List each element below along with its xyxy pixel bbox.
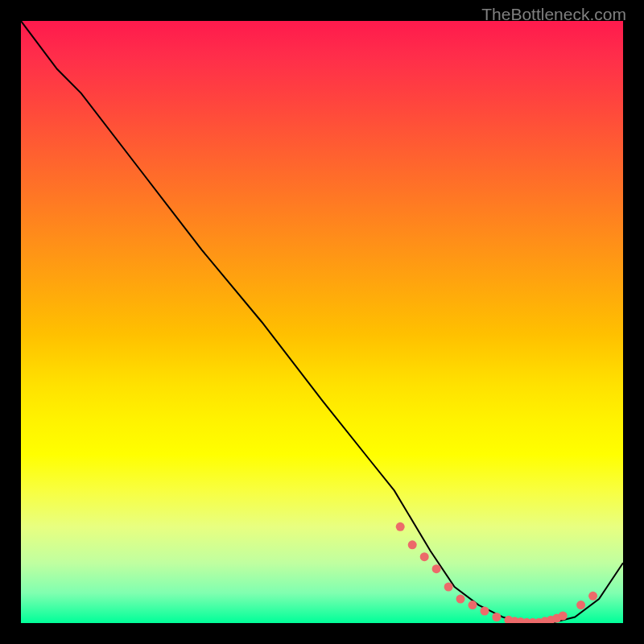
data-marker bbox=[456, 595, 465, 604]
chart-svg bbox=[21, 21, 623, 623]
data-marker bbox=[588, 592, 597, 601]
data-marker bbox=[444, 583, 453, 592]
data-marker bbox=[576, 601, 585, 609]
watermark-text: TheBottleneck.com bbox=[481, 5, 626, 24]
data-marker bbox=[432, 564, 441, 573]
data-marker bbox=[408, 540, 417, 549]
bottleneck-curve-line bbox=[21, 21, 623, 623]
data-marker bbox=[492, 613, 501, 621]
data-marker bbox=[481, 607, 489, 616]
data-marker bbox=[420, 552, 429, 561]
data-markers bbox=[396, 522, 597, 623]
data-marker bbox=[559, 612, 568, 621]
data-marker bbox=[396, 522, 405, 531]
data-marker bbox=[469, 601, 477, 609]
